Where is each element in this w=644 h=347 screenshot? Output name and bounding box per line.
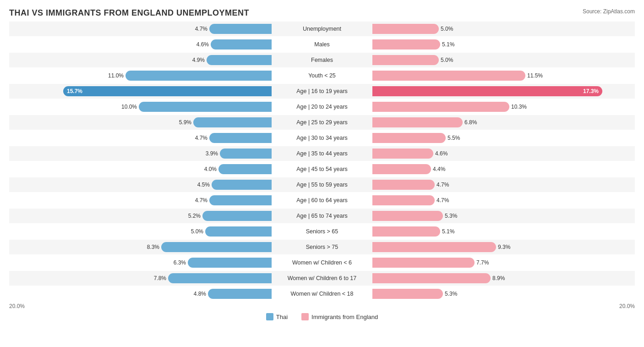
val-right: 5.3% — [445, 213, 457, 219]
chart-container: THAI VS IMMIGRANTS FROM ENGLAND UNEMPLOY… — [0, 0, 644, 334]
england-legend-label: Immigrants from England — [311, 314, 378, 320]
bar-label: Youth < 25 — [272, 72, 372, 79]
bar-label: Age | 60 to 64 years — [272, 197, 372, 204]
val-right: 4.6% — [435, 150, 448, 157]
bar-label: Age | 45 to 54 years — [272, 166, 372, 172]
bar-row: 4.0% Age | 45 to 54 years 4.4% — [9, 162, 635, 176]
val-inside-right: 17.3% — [583, 88, 599, 94]
val-right: 5.1% — [442, 41, 454, 48]
val-left: 4.7% — [195, 26, 207, 32]
bar-label: Age | 65 to 74 years — [272, 213, 372, 219]
val-right: 5.3% — [445, 291, 457, 297]
thai-legend-box — [266, 313, 273, 320]
val-right: 4.4% — [433, 166, 445, 172]
bar-label: Females — [272, 57, 372, 63]
val-right: 4.7% — [437, 197, 449, 204]
bar-row: 5.0% Seniors > 65 5.1% — [9, 224, 635, 239]
bar-label: Males — [272, 41, 372, 48]
val-left: 4.6% — [196, 41, 209, 48]
val-left: 4.5% — [197, 182, 210, 188]
bar-row: 4.9% Females 5.0% — [9, 53, 635, 67]
bar-row: 8.3% Seniors > 75 9.3% — [9, 240, 635, 254]
val-right: 8.9% — [492, 275, 505, 281]
bar-row: 4.7% Age | 30 to 34 years 5.5% — [9, 131, 635, 145]
val-left: 3.9% — [206, 150, 218, 157]
val-right: 10.3% — [511, 104, 527, 110]
val-right: 5.0% — [441, 57, 453, 63]
bar-row: 4.7% Unemployment 5.0% — [9, 22, 635, 36]
bar-row: 5.2% Age | 65 to 74 years 5.3% — [9, 209, 635, 223]
bar-label: Age | 16 to 19 years — [272, 88, 372, 94]
bar-row: 3.9% Age | 35 to 44 years 4.6% — [9, 146, 635, 161]
val-left: 4.9% — [192, 57, 205, 63]
bar-row: 4.7% Age | 60 to 64 years 4.7% — [9, 193, 635, 208]
val-right: 6.8% — [464, 119, 477, 126]
bar-label: Age | 55 to 59 years — [272, 182, 372, 188]
bar-row: 6.3% Women w/ Children < 6 7.7% — [9, 255, 635, 270]
bar-row: 15.7% Age | 16 to 19 years 17.3% — [9, 84, 635, 99]
bar-label: Age | 35 to 44 years — [272, 150, 372, 157]
axis-left-label: 20.0% — [9, 303, 25, 309]
val-inside-left: 15.7% — [67, 88, 82, 94]
bar-label: Age | 30 to 34 years — [272, 135, 372, 141]
val-right: 4.7% — [437, 182, 449, 188]
bar-row: 10.0% Age | 20 to 24 years 10.3% — [9, 99, 635, 114]
val-left: 7.8% — [154, 275, 166, 281]
val-right: 11.5% — [527, 72, 543, 79]
legend-england: Immigrants from England — [301, 313, 378, 320]
val-left: 4.7% — [195, 197, 207, 204]
chart-source: Source: ZipAtlas.com — [583, 8, 635, 15]
val-right: 9.3% — [498, 244, 510, 250]
thai-legend-label: Thai — [276, 314, 288, 320]
bar-label: Women w/ Children 6 to 17 — [272, 275, 372, 281]
val-left: 8.3% — [147, 244, 159, 250]
val-left: 6.3% — [174, 259, 186, 266]
bar-label: Seniors > 75 — [272, 244, 372, 250]
bar-label: Seniors > 65 — [272, 228, 372, 235]
legend: Thai Immigrants from England — [9, 313, 635, 320]
bar-row: 4.6% Males 5.1% — [9, 37, 635, 52]
bar-label: Women w/ Children < 18 — [272, 291, 372, 297]
val-right: 5.5% — [448, 135, 460, 141]
bar-label: Women w/ Children < 6 — [272, 259, 372, 266]
val-left: 5.0% — [191, 228, 203, 235]
bar-row: 4.5% Age | 55 to 59 years 4.7% — [9, 177, 635, 192]
val-left: 11.0% — [108, 72, 124, 79]
axis-labels: 20.0% 20.0% — [9, 303, 635, 309]
bar-label: Age | 25 to 29 years — [272, 119, 372, 126]
england-legend-box — [301, 313, 309, 320]
val-right: 7.7% — [476, 259, 489, 266]
val-right: 5.1% — [442, 228, 454, 235]
val-left: 4.8% — [194, 291, 206, 297]
bar-row: 5.9% Age | 25 to 29 years 6.8% — [9, 115, 635, 130]
val-left: 4.7% — [195, 135, 207, 141]
bar-row: 7.8% Women w/ Children 6 to 17 8.9% — [9, 271, 635, 286]
val-right: 5.0% — [441, 26, 453, 32]
bar-row: 4.8% Women w/ Children < 18 5.3% — [9, 286, 635, 301]
val-left: 10.0% — [121, 104, 137, 110]
chart-area: 4.7% Unemployment 5.0% 4.6% Males 5.1 — [9, 22, 635, 301]
axis-right-label: 20.0% — [619, 303, 635, 309]
val-left: 5.9% — [179, 119, 191, 126]
val-left: 4.0% — [204, 166, 217, 172]
bar-row: 11.0% Youth < 25 11.5% — [9, 68, 635, 83]
bar-label: Age | 20 to 24 years — [272, 104, 372, 110]
val-left: 5.2% — [188, 213, 201, 219]
legend-thai: Thai — [266, 313, 288, 320]
chart-title: THAI VS IMMIGRANTS FROM ENGLAND UNEMPLOY… — [9, 8, 249, 18]
bar-label: Unemployment — [272, 26, 372, 32]
